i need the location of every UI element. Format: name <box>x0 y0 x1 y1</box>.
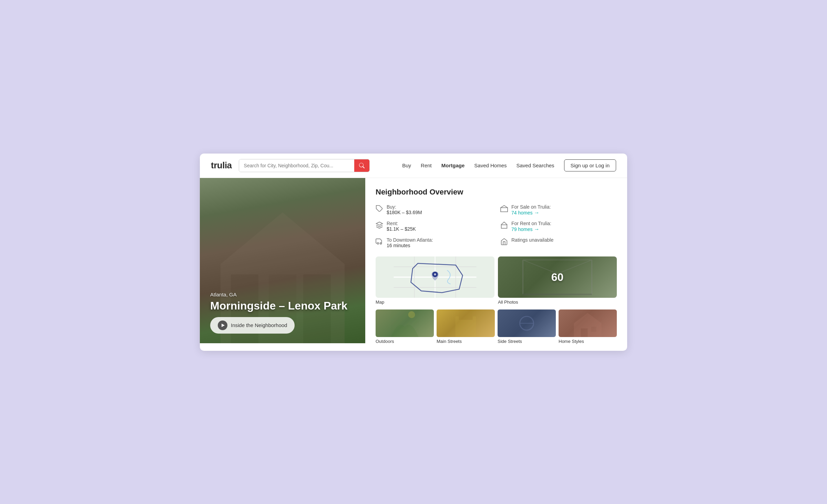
nav-mortgage[interactable]: Mortgage <box>441 162 465 168</box>
map-label: Map <box>376 300 494 305</box>
search-icon <box>359 163 365 168</box>
tag-icon <box>376 205 383 212</box>
svg-point-6 <box>377 242 379 244</box>
nav-buy[interactable]: Buy <box>402 162 411 168</box>
home-styles-label: Home Styles <box>559 339 617 344</box>
nav-links: Buy Rent Mortgage Saved Homes Saved Sear… <box>402 159 616 171</box>
search-button[interactable] <box>354 159 369 172</box>
for-rent-link[interactable]: 79 homes → <box>511 226 551 232</box>
chart-icon <box>500 238 508 245</box>
map-card[interactable]: Map <box>376 256 494 305</box>
side-streets-svg <box>498 309 556 337</box>
logo[interactable]: trulia <box>211 160 232 171</box>
main-streets-svg <box>437 309 495 337</box>
stat-ratings: Ratings unavailable <box>500 237 617 248</box>
buy-label: Buy: <box>387 204 422 210</box>
outdoors-image <box>376 309 434 337</box>
all-photos-label: All Photos <box>498 300 617 305</box>
ratings-label: Ratings unavailable <box>511 237 553 243</box>
stack-icon <box>376 221 383 229</box>
hero-city: Atlanta, GA <box>210 292 347 297</box>
stats-grid: Buy: $180K – $3.69M For Sale on Trulia: … <box>376 204 617 248</box>
stat-for-sale: For Sale on Trulia: 74 homes → <box>500 204 617 216</box>
hero-neighborhood-name: Morningside – Lenox Park <box>210 300 347 312</box>
home-styles-image <box>559 309 617 337</box>
stat-for-rent: For Rent on Trulia: 79 homes → <box>500 221 617 232</box>
rent-value: $1.1K – $25K <box>387 226 416 232</box>
stat-rent: Rent: $1.1K – $25K <box>376 221 492 232</box>
svg-point-7 <box>380 242 382 244</box>
side-streets-image <box>498 309 556 337</box>
inside-neighborhood-label: Inside the Neighborhood <box>231 322 287 328</box>
page-container: trulia Buy Rent Mortgage Saved Homes Sav… <box>200 154 627 351</box>
stat-buy: Buy: $180K – $3.69M <box>376 204 492 216</box>
nav-saved-searches[interactable]: Saved Searches <box>517 162 554 168</box>
for-sale-label: For Sale on Trulia: <box>511 204 551 210</box>
inside-neighborhood-button[interactable]: Inside the Neighborhood <box>210 317 295 334</box>
svg-rect-29 <box>591 327 596 332</box>
main-content: Atlanta, GA Morningside – Lenox Park Ins… <box>200 178 627 351</box>
side-streets-label: Side Streets <box>498 339 556 344</box>
map-image <box>376 256 494 298</box>
photos-section: Map 60 <box>376 256 617 305</box>
main-streets-card[interactable]: Main Streets <box>437 309 495 344</box>
svg-rect-4 <box>501 208 508 212</box>
home-sale-icon <box>500 205 508 212</box>
downtown-label: To Downtown Atlanta: <box>387 237 433 243</box>
home-styles-card[interactable]: Home Styles <box>559 309 617 344</box>
outdoors-svg <box>376 309 434 337</box>
all-photos-image: 60 <box>498 256 617 298</box>
svg-rect-28 <box>581 328 588 337</box>
svg-point-23 <box>408 311 415 318</box>
bottom-photos: Outdoors Main Streets <box>376 309 617 344</box>
for-rent-label: For Rent on Trulia: <box>511 221 551 226</box>
signup-button[interactable]: Sign up or Log in <box>564 159 616 171</box>
nav-rent[interactable]: Rent <box>421 162 432 168</box>
all-photos-card[interactable]: 60 All Photos <box>498 256 617 305</box>
header: trulia Buy Rent Mortgage Saved Homes Sav… <box>200 154 627 178</box>
arrow-icon-2: → <box>534 226 539 232</box>
hero-section: Atlanta, GA Morningside – Lenox Park Ins… <box>200 178 365 343</box>
buy-value: $180K – $3.69M <box>387 210 422 215</box>
svg-rect-5 <box>501 225 507 228</box>
map-svg <box>376 256 494 298</box>
svg-rect-25 <box>459 309 473 320</box>
right-section: Neighborhood Overview Buy: $180K – $3.69… <box>365 178 627 351</box>
search-input[interactable] <box>239 159 354 172</box>
nav-saved-homes[interactable]: Saved Homes <box>474 162 507 168</box>
main-streets-label: Main Streets <box>437 339 495 344</box>
side-streets-card[interactable]: Side Streets <box>498 309 556 344</box>
stat-downtown: To Downtown Atlanta: 16 minutes <box>376 237 492 248</box>
main-streets-image <box>437 309 495 337</box>
for-sale-link[interactable]: 74 homes → <box>511 210 551 216</box>
all-photos-count: 60 <box>551 271 564 283</box>
downtown-value: 16 minutes <box>387 243 433 248</box>
play-icon <box>218 321 227 330</box>
home-styles-svg <box>559 309 617 337</box>
outdoors-label: Outdoors <box>376 339 434 344</box>
outdoors-card[interactable]: Outdoors <box>376 309 434 344</box>
rent-label: Rent: <box>387 221 416 226</box>
neighborhood-overview-title: Neighborhood Overview <box>376 188 617 197</box>
home-rent-icon <box>500 221 508 229</box>
search-wrapper <box>239 159 370 172</box>
hero-overlay-text: Atlanta, GA Morningside – Lenox Park <box>210 292 347 312</box>
arrow-icon: → <box>534 210 539 216</box>
car-icon <box>376 238 383 245</box>
